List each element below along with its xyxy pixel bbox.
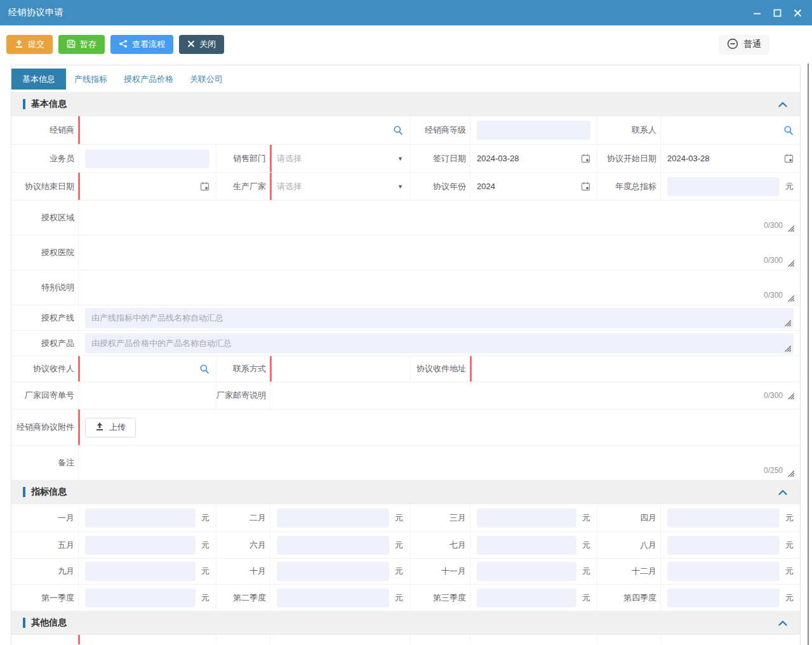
month-sep-field: 元 <box>78 559 216 584</box>
tab-authorized-product-price[interactable]: 授权产品价格 <box>116 69 182 90</box>
dealer-input[interactable] <box>78 116 409 144</box>
form-panel: 基本信息 产线指标 授权产品价格 关联公司 基本信息 经销商 经销商等级 联系人 <box>11 65 801 645</box>
section-header-basic-info[interactable]: 基本信息 <box>11 93 800 116</box>
month-jun-field: 元 <box>270 532 409 558</box>
special-note-label: 特别说明 <box>11 270 78 305</box>
resize-handle[interactable] <box>787 392 794 399</box>
vertical-scrollbar[interactable] <box>808 63 809 645</box>
calendar-icon[interactable] <box>784 154 794 163</box>
resize-handle[interactable] <box>787 259 794 267</box>
annual-target-label: 年度总指标 <box>597 173 660 200</box>
month-aug-field: 元 <box>660 532 800 558</box>
month-apr-field: 元 <box>660 504 800 531</box>
quarter-2-label: 第二季度 <box>216 585 270 611</box>
start-date-input[interactable]: 2024-03-28 <box>660 145 800 172</box>
indicator-row: 九月 元 十月 元 十一月 元 十二月 元 <box>11 559 800 585</box>
view-flow-button[interactable]: 查看流程 <box>110 35 173 54</box>
quarter-3-input <box>477 588 576 608</box>
month-jul-label: 七月 <box>409 532 470 558</box>
month-feb-field: 元 <box>270 504 409 531</box>
sales-dept-label: 销售部门 <box>216 145 270 172</box>
char-counter: 0/250 <box>764 466 783 475</box>
sales-dept-select[interactable]: 请选择 ▼ <box>270 145 409 172</box>
remark-textarea[interactable]: 0/250 <box>78 446 800 480</box>
section-header-indicator-info[interactable]: 指标信息 <box>11 481 800 504</box>
recipient-address-label: 协议收件地址 <box>409 356 470 382</box>
window-close-icon[interactable] <box>792 8 802 18</box>
section-accent-bar <box>23 99 25 109</box>
quarter-2-input <box>277 588 389 608</box>
circle-minus-icon <box>727 38 738 51</box>
x-icon <box>187 40 195 50</box>
contact-search-icon[interactable] <box>783 125 794 135</box>
indicator-row: 五月 元 六月 元 七月 元 八月 元 <box>11 532 800 559</box>
agreement-year-label: 协议年份 <box>409 173 470 200</box>
minimize-icon[interactable] <box>752 8 762 18</box>
calendar-icon[interactable] <box>581 182 590 191</box>
quarter-3-label: 第三季度 <box>409 585 470 611</box>
auth-product-label: 授权产品 <box>11 331 78 356</box>
month-oct-field: 元 <box>270 559 409 584</box>
indicator-row: 一月 元 二月 元 三月 元 四月 元 <box>11 504 800 532</box>
maximize-icon[interactable] <box>772 8 782 18</box>
tab-product-line-indicator[interactable]: 产线指标 <box>66 69 116 90</box>
calendar-icon[interactable] <box>200 182 210 191</box>
month-dec-input <box>667 562 780 581</box>
recipient-address-input[interactable] <box>470 356 800 382</box>
month-mar-label: 三月 <box>409 504 470 531</box>
save-draft-button[interactable]: 暂存 <box>58 35 105 54</box>
tab-basic-info[interactable]: 基本信息 <box>11 69 66 90</box>
upload-attachment-button[interactable]: 上传 <box>85 418 136 437</box>
chevron-down-icon[interactable]: ▼ <box>397 183 403 190</box>
manufacturer-select[interactable]: 请选择 ▼ <box>270 173 409 200</box>
resize-handle[interactable] <box>783 344 791 352</box>
submit-button[interactable]: 提交 <box>6 35 53 54</box>
upload-icon <box>95 422 104 433</box>
sign-date-input[interactable]: 2024-03-28 <box>470 145 597 172</box>
collapse-indicator-icon[interactable] <box>778 489 787 495</box>
section-accent-bar <box>23 487 25 497</box>
agreement-year-input[interactable]: 2024 <box>470 173 597 200</box>
recipient-search-icon[interactable] <box>199 364 210 374</box>
char-counter: 0/300 <box>764 221 783 230</box>
resize-handle[interactable] <box>787 294 794 302</box>
dealer-level-label: 经销商等级 <box>409 116 470 144</box>
end-date-label: 协议结束日期 <box>11 173 78 200</box>
special-note-textarea[interactable]: 0/300 <box>78 270 800 305</box>
calendar-icon[interactable] <box>581 154 590 163</box>
contact-way-input[interactable] <box>270 356 409 382</box>
chevron-down-icon[interactable]: ▼ <box>397 156 403 162</box>
close-form-button[interactable]: 关闭 <box>179 35 224 54</box>
auth-hospital-textarea[interactable]: 0/300 <box>78 236 800 270</box>
share-icon <box>119 39 128 50</box>
month-may-label: 五月 <box>11 532 78 558</box>
tab-related-company[interactable]: 关联公司 <box>182 69 231 90</box>
auth-line-label: 授权产线 <box>11 305 78 330</box>
auth-product-textarea: 由授权产品价格中的产品名称自动汇总 <box>85 333 794 354</box>
clipped-input[interactable] <box>78 635 216 644</box>
collapse-other-icon[interactable] <box>778 620 787 626</box>
annual-target-input <box>667 177 780 196</box>
mailing-note-textarea[interactable]: 0/300 <box>270 382 800 409</box>
priority-button[interactable]: 普通 <box>719 35 769 55</box>
return-tracking-input[interactable] <box>78 382 216 409</box>
form-row: 授权产品 由授权产品价格中的产品名称自动汇总 <box>11 331 800 356</box>
resize-handle[interactable] <box>787 469 794 477</box>
dealer-level-field <box>470 116 597 144</box>
month-oct-label: 十月 <box>216 559 270 584</box>
contact-input[interactable] <box>660 116 800 144</box>
auth-region-textarea[interactable]: 0/300 <box>78 201 800 235</box>
month-may-input <box>85 536 196 555</box>
recipient-label: 协议收件人 <box>11 356 78 382</box>
month-dec-label: 十二月 <box>597 559 660 584</box>
form-row: 授权医院 0/300 <box>11 236 800 270</box>
dealer-search-icon[interactable] <box>393 125 403 135</box>
recipient-input[interactable] <box>78 356 216 382</box>
resize-handle[interactable] <box>787 224 794 232</box>
quarter-2-field: 元 <box>270 585 409 611</box>
section-header-other-info[interactable]: 其他信息 <box>11 611 800 635</box>
end-date-input[interactable] <box>78 173 216 200</box>
collapse-basic-icon[interactable] <box>778 102 787 107</box>
resize-handle[interactable] <box>783 319 791 326</box>
month-sep-label: 九月 <box>11 559 78 584</box>
